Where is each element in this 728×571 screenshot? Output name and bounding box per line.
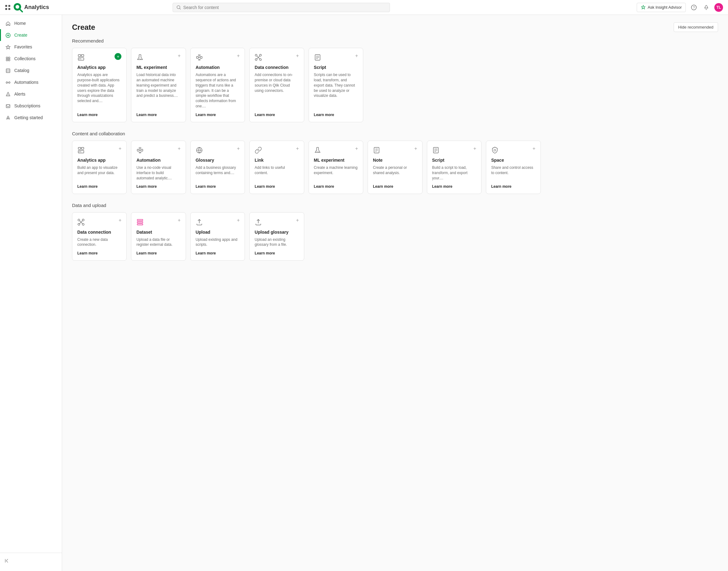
sidebar-item-home[interactable]: Home [0,17,62,29]
card-name: Data connection [254,65,299,70]
card-learn-more[interactable]: Learn more [136,251,180,255]
sidebar-item-alerts[interactable]: Alerts [0,88,62,100]
card-learn-more[interactable]: Learn more [373,184,417,189]
card-learn-more[interactable]: Learn more [196,251,240,255]
link-icon [254,146,262,154]
card-add-button[interactable]: + [296,53,299,59]
card-description: Use a no-code visual interface to build … [136,165,180,181]
card-automation[interactable]: +AutomationUse a no-code visual interfac… [131,141,186,194]
card-learn-more[interactable]: Learn more [77,251,121,255]
card-link[interactable]: +LinkAdd links to useful content.Learn m… [249,141,304,194]
card-add-button[interactable]: + [532,146,535,151]
card-description: Create a personal or shared analysis. [373,165,417,181]
qlik-logo[interactable]: Analytics [13,2,49,12]
card-add-button[interactable]: + [115,53,121,60]
sidebar-item-create[interactable]: Create [0,29,62,41]
grid-menu-icon[interactable] [5,4,11,11]
content-collaboration-title: Content and collaboration [72,131,718,136]
card-description: Upload a data file or register external … [136,237,180,248]
card-add-button[interactable]: + [355,146,358,151]
search-bar[interactable] [173,3,390,12]
svg-point-66 [318,151,318,152]
card-header: + [254,53,299,61]
card-header: + [254,146,299,154]
sidebar-item-collections[interactable]: Collections [0,53,62,65]
recommended-section-title: Recommended [72,38,718,43]
card-learn-more[interactable]: Learn more [314,113,358,117]
sidebar-item-favorites[interactable]: Favorites [0,41,62,53]
main-content: Create Hide recommended Recommended +Ana… [62,15,728,571]
card-learn-more[interactable]: Learn more [314,184,358,189]
sidebar-item-automations[interactable]: Automations [0,76,62,88]
card-add-button[interactable]: + [474,146,476,151]
card-data-connection[interactable]: +Data connectionCreate a new data connec… [72,212,127,261]
collapse-sidebar-button[interactable] [0,556,62,566]
card-add-button[interactable]: + [119,218,121,223]
card-data-connection[interactable]: +Data connectionAdd connections to on-pr… [249,48,304,122]
search-input[interactable] [183,5,386,10]
user-avatar[interactable]: TL [714,3,723,12]
card-analytics-app[interactable]: +Analytics appAnalytics apps are purpose… [72,48,127,122]
card-add-button[interactable]: + [296,146,299,151]
svg-rect-52 [81,147,84,149]
card-learn-more[interactable]: Learn more [491,184,535,189]
card-header: + [196,146,240,154]
card-add-button[interactable]: + [237,218,240,223]
card-learn-more[interactable]: Learn more [254,184,299,189]
card-description: Create a new data connection. [77,237,121,248]
card-upload[interactable]: +UploadUpload existing apps and scripts.… [190,212,245,261]
card-dataset[interactable]: +DatasetUpload a data file or register e… [131,212,186,261]
svg-rect-18 [6,69,10,73]
svg-point-45 [255,59,257,61]
page-header: Create Hide recommended [72,22,718,32]
notifications-icon[interactable] [702,3,711,12]
card-name: Automation [136,158,180,162]
help-icon[interactable]: ? [690,3,698,12]
script-icon [314,53,321,61]
card-learn-more[interactable]: Learn more [136,113,180,117]
card-analytics-app[interactable]: +Analytics appBuild an app to visualize … [72,141,127,194]
card-add-button[interactable]: + [237,146,240,151]
card-name: Upload [196,230,240,235]
hide-recommended-button[interactable]: Hide recommended [674,22,718,32]
card-learn-more[interactable]: Learn more [77,184,121,189]
svg-point-27 [8,117,8,118]
card-add-button[interactable]: + [178,53,181,59]
card-learn-more[interactable]: Learn more [432,184,476,189]
card-learn-more[interactable]: Learn more [196,113,240,117]
card-add-button[interactable]: + [237,53,240,59]
card-add-button[interactable]: + [178,218,181,223]
card-learn-more[interactable]: Learn more [254,251,299,255]
card-script[interactable]: +ScriptScripts can be used to load, tran… [309,48,363,122]
card-add-button[interactable]: + [296,218,299,223]
sidebar-item-catalog[interactable]: Catalog [0,65,62,76]
card-learn-more[interactable]: Learn more [196,184,240,189]
card-ml-experiment[interactable]: +ML experimentLoad historical data into … [131,48,186,122]
card-script[interactable]: +ScriptBuild a script to load, transform… [427,141,482,194]
card-automation[interactable]: +AutomationAutomations are a sequence of… [190,48,245,122]
insight-advisor-button[interactable]: Ask Insight Advisor [637,3,686,12]
card-ml-experiment[interactable]: +ML experimentCreate a machine learning … [309,141,363,194]
sidebar-item-subscriptions[interactable]: Subscriptions [0,100,62,112]
ml-experiment-icon [314,146,321,154]
card-glossary[interactable]: +GlossaryAdd a business glossary contain… [190,141,245,194]
card-add-button[interactable]: + [414,146,417,151]
card-space[interactable]: +SpaceShare and control access to conten… [486,141,540,194]
sidebar-item-getting-started[interactable]: Getting started [0,112,62,123]
content-collaboration-section: Content and collaboration +Analytics app… [72,131,718,194]
svg-rect-14 [6,57,8,59]
card-add-button[interactable]: + [355,53,358,59]
collapse-icon [5,559,9,563]
card-description: Load historical data into an automated m… [136,72,180,109]
card-description: Upload existing apps and scripts. [196,237,240,248]
card-note[interactable]: +NoteCreate a personal or shared analysi… [368,141,422,194]
home-icon [5,20,11,26]
card-add-button[interactable]: + [119,146,121,151]
card-upload-glossary[interactable]: +Upload glossaryUpload an existing gloss… [249,212,304,261]
card-learn-more[interactable]: Learn more [77,113,121,117]
svg-rect-57 [137,149,139,151]
card-add-button[interactable]: + [178,146,181,151]
svg-line-8 [180,8,180,9]
card-learn-more[interactable]: Learn more [136,184,180,189]
card-learn-more[interactable]: Learn more [254,113,299,117]
